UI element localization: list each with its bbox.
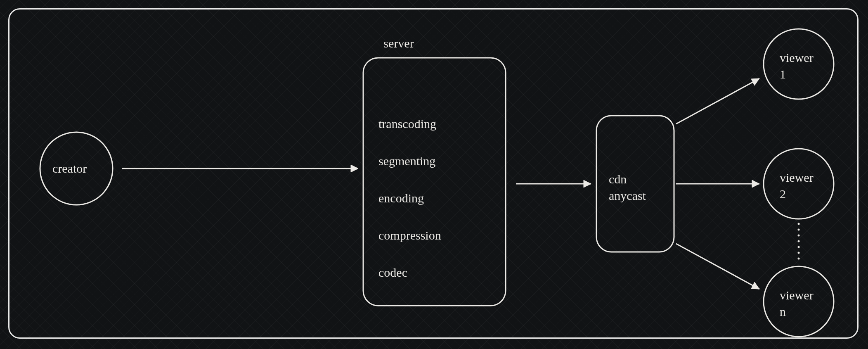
node-viewer-1: viewer 1 (764, 29, 834, 99)
node-cdn-line2: anycast (609, 189, 646, 202)
node-cdn-line1: cdn (609, 172, 627, 186)
server-item-1: segmenting (378, 154, 435, 168)
node-creator: creator (40, 132, 113, 205)
edge-creator-server (122, 165, 358, 172)
node-creator-label: creator (52, 161, 87, 175)
edge-cdn-viewer1 (676, 78, 759, 124)
server-item-0: transcoding (378, 117, 436, 131)
edge-server-cdn (516, 180, 591, 188)
svg-line-7 (676, 78, 759, 124)
node-viewer2-line1: viewer (780, 171, 814, 184)
node-viewer-2: viewer 2 (764, 149, 834, 219)
edge-cdn-viewern (676, 244, 759, 289)
svg-marker-10 (752, 180, 759, 188)
node-viewern-line1: viewer (780, 288, 814, 302)
server-item-3: compression (378, 228, 441, 242)
node-viewer1-line1: viewer (780, 51, 814, 64)
server-item-2: encoding (378, 191, 424, 205)
svg-line-11 (676, 244, 759, 289)
node-viewer1-line2: 1 (780, 67, 786, 81)
node-cdn: cdn anycast (596, 116, 674, 252)
node-server-title: server (383, 36, 414, 50)
node-viewer2-line2: 2 (780, 187, 786, 201)
svg-marker-5 (584, 180, 591, 188)
node-viewern-line2: n (780, 305, 786, 318)
node-server: server transcoding segmenting encoding c… (363, 36, 506, 306)
edge-cdn-viewer2 (676, 180, 759, 188)
diagram-canvas: creator server transcoding segmenting en… (0, 0, 868, 349)
svg-marker-2 (351, 165, 358, 172)
server-item-4: codec (378, 266, 407, 279)
node-viewer-n: viewer n (764, 266, 834, 337)
svg-rect-6 (596, 116, 674, 252)
